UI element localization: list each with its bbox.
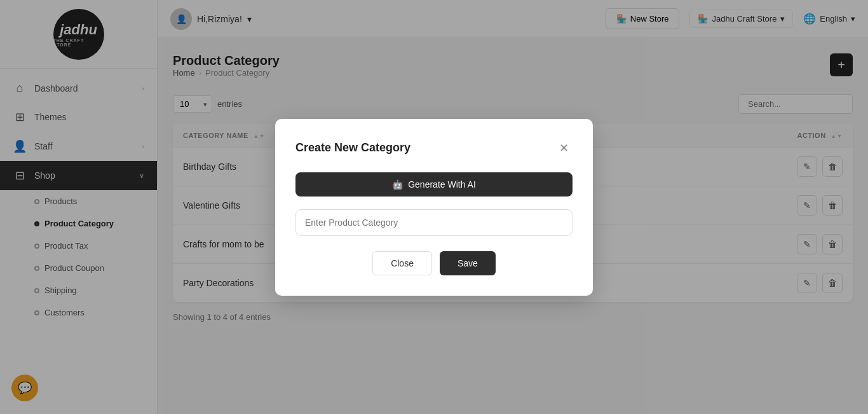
close-button[interactable]: Close	[372, 251, 432, 275]
modal-close-button[interactable]: ✕	[555, 139, 573, 157]
create-category-modal: Create New Category ✕ 🤖 Generate With AI…	[275, 119, 593, 296]
ai-icon: 🤖	[392, 179, 403, 190]
modal-footer: Close Save	[295, 251, 573, 275]
ai-btn-label: Generate With AI	[408, 179, 476, 190]
modal-title: Create New Category	[295, 141, 410, 155]
save-button[interactable]: Save	[440, 251, 496, 275]
category-name-input[interactable]	[295, 209, 573, 236]
generate-with-ai-button[interactable]: 🤖 Generate With AI	[295, 172, 573, 197]
modal-overlay[interactable]: Create New Category ✕ 🤖 Generate With AI…	[0, 0, 868, 414]
modal-header: Create New Category ✕	[295, 139, 573, 157]
